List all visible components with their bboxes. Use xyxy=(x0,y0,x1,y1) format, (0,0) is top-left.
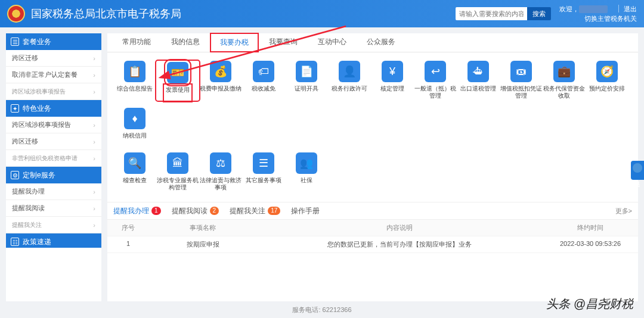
service-tile[interactable]: 🎟增值税抵扣凭证管理 xyxy=(500,61,543,101)
service-tile[interactable]: 💼税务代保管资金收取 xyxy=(543,61,586,101)
service-tile[interactable]: 👤税务行政许可 xyxy=(328,61,371,101)
tile-grid: 📋综合信息报告🎫发票使用💰税费申报及缴纳🏷税收减免📄证明开具👤税务行政许可¥核定… xyxy=(107,52,638,202)
service-tile[interactable]: ⚖法律追责与救济事项 xyxy=(199,152,242,191)
tile-label: 法律追责与救济事项 xyxy=(199,177,242,191)
tile-icon: 🏛 xyxy=(167,152,188,174)
service-tile[interactable]: 🔍稽查检查 xyxy=(113,152,156,191)
tile-label: 证明开具 xyxy=(295,85,318,98)
reminder-tab-label: 提醒我办理 xyxy=(113,206,149,216)
tile-icon: 💰 xyxy=(210,61,231,82)
sidebar-item[interactable]: 提醒我阅读› xyxy=(6,200,101,217)
tile-label: 出口退税管理 xyxy=(460,85,496,98)
service-tile[interactable]: 📋综合信息报告 xyxy=(113,61,156,101)
tile-icon: ☰ xyxy=(253,152,274,174)
tile-icon: ⛴ xyxy=(467,61,489,82)
service-tile[interactable]: ¥核定管理 xyxy=(371,61,414,101)
more-link[interactable]: 更多> xyxy=(615,207,632,216)
main-tab[interactable]: 我要办税 xyxy=(210,33,259,52)
tile-icon: 💼 xyxy=(553,61,575,82)
service-tile[interactable]: 👥社保 xyxy=(285,152,328,191)
main-tab[interactable]: 我的信息 xyxy=(161,32,210,52)
reminder-tab-label: 提醒我阅读 xyxy=(172,206,208,216)
col-name: 事项名称 xyxy=(149,220,256,236)
main-tab[interactable]: 我要查询 xyxy=(259,32,308,52)
main-tab[interactable]: 公众服务 xyxy=(357,32,405,52)
tile-icon: ¥ xyxy=(382,61,403,82)
reminder-tab[interactable]: 操作手册 xyxy=(291,206,320,216)
switch-org-link[interactable]: 切换主管税务机关 xyxy=(584,14,637,23)
table-row[interactable]: 1按期应申报您的数据已更新，当前可办理【按期应申报】业务2022-03-30 0… xyxy=(107,236,638,253)
reminder-tab[interactable]: 提醒我阅读2 xyxy=(172,206,219,216)
sidebar-category[interactable]: ✦特色业务 xyxy=(6,100,101,117)
sidebar-item-label: 取消非正常户认定套餐 xyxy=(12,70,78,79)
service-tile[interactable]: 🏷税收减免 xyxy=(242,61,285,101)
count-badge: 17 xyxy=(268,207,280,215)
sidebar-item[interactable]: 提醒我关注› xyxy=(6,217,101,233)
service-tile[interactable]: ⛴出口退税管理 xyxy=(457,61,500,101)
main-tab[interactable]: 互动中心 xyxy=(308,32,357,52)
sidebar-item-label: 跨区迁移 xyxy=(12,54,38,63)
cell-desc: 您的数据已更新，当前可办理【按期应申报】业务 xyxy=(256,236,543,252)
online-help-button[interactable]: 在线导办 xyxy=(631,161,644,180)
tile-label: 核定管理 xyxy=(380,85,404,98)
service-tile[interactable]: 📄证明开具 xyxy=(285,61,328,101)
tile-icon: 🏷 xyxy=(253,61,274,82)
tile-label: 增值税抵扣凭证管理 xyxy=(500,85,543,99)
reminder-tabs: 提醒我办理1提醒我阅读2提醒我关注17操作手册更多> xyxy=(107,202,638,220)
sidebar-item[interactable]: 跨区域涉税事项报告› xyxy=(6,117,101,133)
service-tile[interactable]: 🏛涉税专业服务机构管理 xyxy=(156,152,199,191)
tile-icon: ♦ xyxy=(124,108,145,129)
sidebar-item[interactable]: 跨区域涉税事项报告› xyxy=(6,83,101,100)
search-input[interactable] xyxy=(456,7,527,20)
reminder-tab[interactable]: 提醒我办理1 xyxy=(113,206,161,216)
service-tile[interactable]: ♦纳税信用 xyxy=(113,108,156,145)
tile-label: 税收减免 xyxy=(252,85,275,98)
category-icon: ⚙ xyxy=(11,171,19,179)
sidebar-item[interactable]: 跨区迁移› xyxy=(6,50,101,67)
sidebar-item[interactable]: 取消非正常户认定套餐› xyxy=(6,67,101,83)
col-desc: 内容说明 xyxy=(256,220,543,236)
sidebar-item[interactable]: 非营利组织免税资格申请› xyxy=(6,150,101,167)
sidebar-item[interactable]: 跨区迁移› xyxy=(6,133,101,150)
tile-icon: ↩ xyxy=(425,61,446,82)
sidebar-category[interactable]: ☰套餐业务 xyxy=(6,33,101,50)
divider-icon xyxy=(618,5,619,13)
app-header: 国家税务总局北京市电子税务局 搜索 欢迎， 退出 切换主管税务机关 xyxy=(0,0,644,27)
reminder-table: 序号 事项名称 内容说明 终约时间 1按期应申报您的数据已更新，当前可办理【按期… xyxy=(107,220,638,253)
chevron-right-icon: › xyxy=(93,138,95,145)
sidebar-category[interactable]: ⚙定制e服务 xyxy=(6,167,101,183)
chevron-right-icon: › xyxy=(93,71,95,79)
chevron-right-icon: › xyxy=(93,155,95,162)
tile-label: 税务代保管资金收取 xyxy=(543,85,586,99)
reminder-tab[interactable]: 提醒我关注17 xyxy=(230,206,280,216)
count-badge: 1 xyxy=(151,207,161,215)
main-panel: 常用功能我的信息我要办税我要查询互动中心公众服务 📋综合信息报告🎫发票使用💰税费… xyxy=(107,33,638,301)
tile-icon: 👤 xyxy=(339,61,360,82)
service-tile[interactable]: ☰其它服务事项 xyxy=(242,152,285,191)
tile-label: 税务行政许可 xyxy=(332,85,367,98)
tile-label: 纳税信用 xyxy=(123,132,147,145)
cell-time: 2022-03-30 09:53:26 xyxy=(543,236,638,252)
reminder-tab-label: 操作手册 xyxy=(291,206,320,216)
tile-label: 预约定价安排 xyxy=(589,85,625,98)
sidebar-item-label: 跨区域涉税事项报告 xyxy=(12,88,66,96)
logout-link[interactable]: 退出 xyxy=(624,5,637,13)
main-tabs: 常用功能我的信息我要办税我要查询互动中心公众服务 xyxy=(107,33,638,52)
category-label: 政策速递 xyxy=(23,237,51,247)
service-tile[interactable]: 💰税费申报及缴纳 xyxy=(199,61,242,101)
tile-label: 一般退（抵）税管理 xyxy=(414,85,457,99)
service-tile[interactable]: ↩一般退（抵）税管理 xyxy=(414,61,457,101)
cell-name: 按期应申报 xyxy=(149,236,256,252)
tile-icon: 🔍 xyxy=(124,152,145,174)
user-name-redacted xyxy=(579,5,608,13)
chevron-right-icon: › xyxy=(93,205,95,212)
tile-label: 稽查检查 xyxy=(123,177,147,190)
search-button[interactable]: 搜索 xyxy=(527,7,551,20)
service-tile[interactable]: 🎫发票使用 xyxy=(156,61,199,101)
service-tile[interactable]: 🧭预约定价安排 xyxy=(586,61,628,101)
main-tab[interactable]: 常用功能 xyxy=(112,32,161,52)
chevron-right-icon: › xyxy=(93,188,95,195)
sidebar-category[interactable]: ☷政策速递 xyxy=(6,233,101,248)
sidebar-item-label: 提醒我办理 xyxy=(12,187,45,196)
sidebar-item[interactable]: 提醒我办理› xyxy=(6,183,101,200)
